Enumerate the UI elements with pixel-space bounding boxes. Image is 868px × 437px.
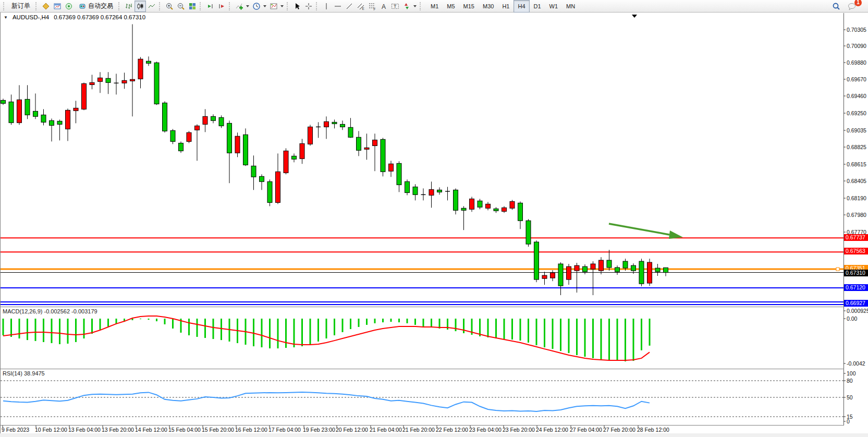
candle xyxy=(348,127,353,137)
toolbar-grip[interactable] xyxy=(316,2,319,10)
window-bottom-edge xyxy=(0,433,868,437)
timeframe-M5[interactable]: M5 xyxy=(443,0,459,13)
candle xyxy=(90,82,94,84)
crosshair-button[interactable] xyxy=(303,1,314,12)
timeframe-M15[interactable]: M15 xyxy=(459,0,479,13)
rsi-indicator-label: RSI(14) 38.9475 xyxy=(3,370,45,377)
date-label: 14 Feb 12:00 xyxy=(135,427,167,433)
candle xyxy=(154,63,159,104)
timeframe-W1[interactable]: W1 xyxy=(545,0,563,13)
line-chart-icon xyxy=(148,2,156,10)
candle xyxy=(195,126,200,130)
chart-ohlc-values: 0.67369 0.67369 0.67264 0.67310 xyxy=(54,14,145,20)
candle xyxy=(534,242,539,280)
zoom-in-button[interactable] xyxy=(164,1,175,12)
templates-button[interactable] xyxy=(268,1,285,12)
tile-windows-button[interactable] xyxy=(187,1,198,12)
data-window-button[interactable] xyxy=(52,1,63,12)
chart-shift-button[interactable] xyxy=(216,1,227,12)
svg-text:A: A xyxy=(382,3,386,10)
chart-line-button[interactable] xyxy=(146,1,157,12)
rsi-axis-label: 80 xyxy=(847,378,853,384)
date-label: 24 Feb 12:00 xyxy=(536,427,568,433)
toolbar-grip[interactable] xyxy=(118,2,121,10)
text-label-button[interactable]: T xyxy=(389,1,401,12)
date-label: 15 Feb 04:00 xyxy=(168,427,201,433)
add-indicator-icon xyxy=(235,2,243,10)
candle xyxy=(357,137,361,150)
new-order-button[interactable]: 新订单 xyxy=(8,1,34,12)
candle xyxy=(122,80,127,83)
candle xyxy=(381,139,385,172)
chart-shift-marker[interactable] xyxy=(632,15,637,18)
price-tick-label: 0.69460 xyxy=(847,93,866,99)
candle xyxy=(179,143,184,151)
date-label: 21 Feb 04:00 xyxy=(370,427,402,433)
chart-candles-button[interactable] xyxy=(135,1,146,12)
trendline-button[interactable] xyxy=(344,1,355,12)
timeframe-H1[interactable]: H1 xyxy=(498,0,514,13)
candle xyxy=(66,110,70,129)
notification-badge: 1 xyxy=(854,0,862,6)
horizontal-line-button[interactable] xyxy=(332,1,344,12)
timeframe-H4[interactable]: H4 xyxy=(514,0,529,13)
timeframe-M30[interactable]: M30 xyxy=(479,0,498,13)
toolbar-grip[interactable] xyxy=(35,2,39,10)
toolbar-grip[interactable] xyxy=(200,2,203,10)
market-watch-button[interactable] xyxy=(40,1,52,12)
horizontal-lines-layer xyxy=(1,238,843,305)
price-tick-label: 0.69880 xyxy=(847,59,866,66)
toolbar-grip[interactable] xyxy=(229,2,232,10)
toolbar-grip[interactable] xyxy=(420,2,423,10)
trend-arrow[interactable] xyxy=(609,224,683,239)
toolbar-grip[interactable] xyxy=(3,2,6,10)
candle xyxy=(429,189,434,195)
date-label: 27 Feb 20:00 xyxy=(603,427,635,433)
date-label: 21 Feb 20:00 xyxy=(402,427,435,433)
candle xyxy=(146,61,151,63)
timeframe-MN[interactable]: MN xyxy=(562,0,579,13)
toolbar-grip[interactable] xyxy=(159,2,162,10)
candle xyxy=(170,130,175,141)
rsi-line xyxy=(3,392,650,411)
candle xyxy=(324,122,329,127)
cursor-arrow-icon xyxy=(293,2,301,10)
chevron-down-icon xyxy=(280,5,284,7)
chart-bars-button[interactable] xyxy=(123,1,135,12)
indicators-button[interactable] xyxy=(234,1,251,12)
channel-button[interactable]: E xyxy=(355,1,366,12)
price-tick-label: 0.70305 xyxy=(847,27,866,33)
timeframe-M1[interactable]: M1 xyxy=(426,0,443,13)
macd-value-2: -0.003179 xyxy=(71,308,97,314)
candle xyxy=(647,262,652,283)
toolbar-grip[interactable] xyxy=(287,2,290,10)
macd-axis-label: 0.000925 xyxy=(847,308,868,314)
candle xyxy=(599,260,604,271)
orange-line-handle[interactable] xyxy=(836,268,839,271)
candle xyxy=(655,268,660,272)
zoom-out-button[interactable] xyxy=(175,1,187,12)
collapse-triangle-icon[interactable]: ▼ xyxy=(4,15,8,20)
text-button[interactable]: A xyxy=(378,1,389,12)
fibonacci-button[interactable]: F xyxy=(366,1,378,12)
search-button[interactable] xyxy=(830,1,842,12)
notifications-button[interactable]: 1 xyxy=(846,1,858,12)
candle xyxy=(567,266,571,280)
macd-value-1: -0.002562 xyxy=(44,308,70,314)
macd-layer xyxy=(3,316,650,361)
date-label: 22 Feb 12:00 xyxy=(436,427,468,433)
date-label: 23 Feb 04:00 xyxy=(469,427,502,433)
arrows-button[interactable] xyxy=(401,1,418,12)
gold-diamond-icon xyxy=(42,2,50,10)
candle xyxy=(470,199,474,209)
vertical-line-button[interactable] xyxy=(321,1,332,12)
price-tick-label: 0.69035 xyxy=(847,127,866,133)
horizontal-line-icon xyxy=(334,2,342,10)
cursor-button[interactable] xyxy=(291,1,303,12)
auto-trading-button[interactable]: 自动交易 xyxy=(75,1,117,12)
timeframe-D1[interactable]: D1 xyxy=(530,0,545,13)
navigator-button[interactable] xyxy=(63,1,75,12)
chart-canvas[interactable] xyxy=(0,0,868,437)
periods-button[interactable] xyxy=(251,1,268,12)
auto-scroll-button[interactable] xyxy=(204,1,216,12)
